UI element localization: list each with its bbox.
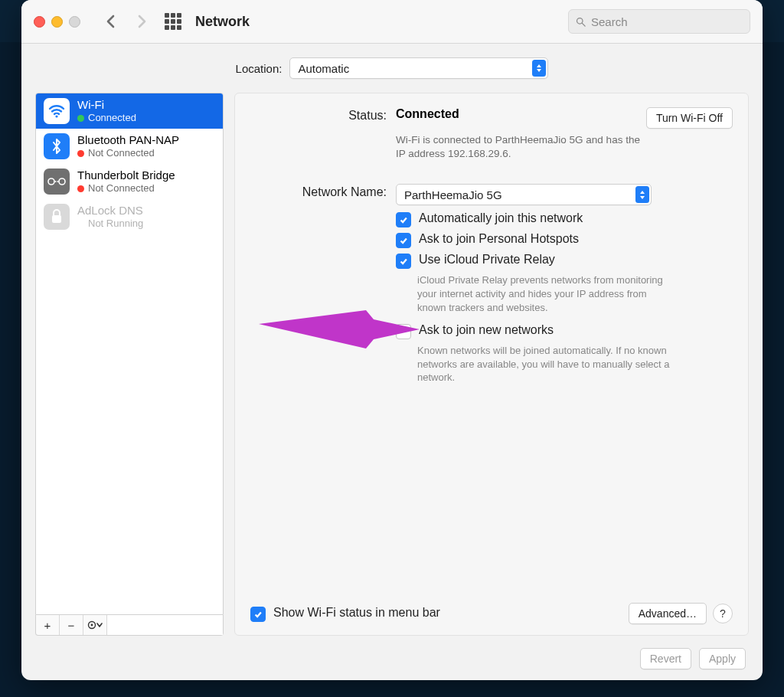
apply-button[interactable]: Apply	[699, 648, 746, 669]
svg-point-2	[55, 115, 57, 117]
sidebar-item-label: Wi-Fi	[77, 98, 136, 111]
svg-point-5	[55, 181, 57, 182]
show-wifi-menubar-label: Show Wi-Fi status in menu bar	[273, 606, 440, 620]
sidebar-item-label: Thunderbolt Bridge	[77, 169, 175, 182]
ask-hotspots-checkbox[interactable]	[396, 233, 411, 248]
svg-line-1	[582, 23, 585, 26]
private-relay-description: iCloud Private Relay prevents networks f…	[417, 273, 671, 314]
sidebar-item-adlock[interactable]: AdLock DNS Not Running	[36, 199, 223, 234]
sidebar-item-thunderbolt[interactable]: Thunderbolt Bridge Not Connected	[36, 164, 223, 199]
sidebar-item-bluetooth-pan[interactable]: Bluetooth PAN-NAP Not Connected	[36, 129, 223, 164]
wifi-icon	[44, 98, 70, 124]
search-icon	[575, 16, 586, 28]
sidebar-item-label: Bluetooth PAN-NAP	[77, 133, 179, 146]
svg-point-4	[59, 178, 65, 185]
network-name-label: Network Name:	[250, 184, 387, 205]
add-interface-button[interactable]: +	[36, 615, 60, 635]
svg-point-9	[91, 624, 93, 627]
window-title: Network	[195, 14, 250, 30]
thunderbolt-icon	[44, 169, 70, 195]
private-relay-checkbox[interactable]	[396, 254, 411, 269]
search-placeholder: Search	[591, 15, 628, 28]
bluetooth-icon	[44, 133, 70, 159]
status-description: Wi-Fi is connected to ParthHeemaJio 5G a…	[396, 133, 648, 161]
status-dot-icon	[77, 185, 84, 192]
ask-new-networks-checkbox[interactable]	[396, 324, 411, 339]
status-value: Connected	[396, 107, 459, 121]
toolbar-spacer	[107, 615, 223, 635]
sidebar-item-status: Connected	[88, 113, 136, 124]
details-panel: Status: Connected Turn Wi-Fi Off Wi-Fi i…	[234, 93, 749, 636]
private-relay-label: Use iCloud Private Relay	[419, 253, 555, 267]
sidebar-item-wifi[interactable]: Wi-Fi Connected	[36, 93, 223, 129]
status-label: Status:	[250, 107, 387, 161]
titlebar: Network Search	[21, 0, 763, 44]
minimize-window-button[interactable]	[51, 16, 63, 28]
svg-point-6	[57, 181, 59, 182]
interfaces-list[interactable]: Wi-Fi Connected Bluetooth PAN-NAP Not Co…	[35, 93, 224, 615]
sidebar-item-status: Not Connected	[88, 183, 155, 195]
ask-new-networks-description: Known networks will be joined automatica…	[417, 344, 671, 384]
auto-join-checkbox[interactable]	[396, 212, 411, 227]
svg-point-3	[48, 178, 54, 185]
traffic-lights	[34, 16, 80, 28]
remove-interface-button[interactable]: −	[60, 615, 83, 635]
forward-button[interactable]	[132, 12, 151, 31]
revert-button[interactable]: Revert	[640, 648, 691, 669]
svg-rect-7	[52, 215, 61, 223]
footer-buttons: Revert Apply	[640, 648, 746, 669]
turn-wifi-off-button[interactable]: Turn Wi-Fi Off	[646, 107, 733, 129]
status-dot-icon	[77, 150, 84, 157]
content: Location: Automatic Wi-Fi Connected	[21, 44, 763, 680]
svg-point-0	[577, 18, 583, 24]
show-wifi-menubar-checkbox[interactable]	[250, 607, 266, 622]
location-label: Location:	[236, 62, 283, 75]
show-all-prefs-icon[interactable]	[165, 13, 181, 30]
sidebar-item-label: AdLock DNS	[77, 204, 143, 217]
zoom-window-button[interactable]	[69, 16, 80, 28]
ask-hotspots-label: Ask to join Personal Hotspots	[419, 232, 579, 246]
location-dropdown[interactable]: Automatic	[289, 57, 548, 79]
dropdown-stepper-icon	[532, 60, 546, 77]
lock-icon	[44, 204, 70, 230]
location-value: Automatic	[298, 62, 349, 75]
back-button[interactable]	[102, 12, 120, 31]
sidebar-toolbar: + −	[35, 615, 224, 636]
network-prefs-window: Network Search Location: Automatic	[21, 0, 763, 680]
location-row: Location: Automatic	[21, 44, 763, 93]
sidebar-item-status: Not Running	[88, 218, 143, 230]
network-name-value: ParthHeemaJio 5G	[404, 188, 502, 201]
close-window-button[interactable]	[34, 16, 45, 28]
ask-new-networks-label: Ask to join new networks	[419, 323, 554, 337]
sidebar-item-status: Not Connected	[88, 148, 155, 159]
interface-actions-button[interactable]	[83, 615, 107, 635]
status-dot-icon	[77, 115, 84, 122]
auto-join-label: Automatically join this network	[419, 211, 583, 225]
interfaces-sidebar: Wi-Fi Connected Bluetooth PAN-NAP Not Co…	[35, 93, 224, 636]
advanced-button[interactable]: Advanced…	[629, 603, 707, 624]
search-field[interactable]: Search	[568, 9, 750, 34]
network-name-dropdown[interactable]: ParthHeemaJio 5G	[396, 184, 652, 205]
help-button[interactable]: ?	[713, 604, 733, 623]
dropdown-stepper-icon	[635, 186, 649, 203]
